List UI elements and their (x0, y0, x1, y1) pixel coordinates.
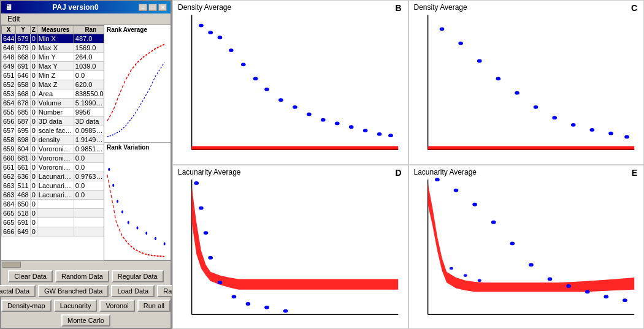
table-row[interactable]: 6546780Volume5.19901E8 (2, 99, 105, 108)
table-cell: 0 (30, 108, 37, 117)
table-row[interactable]: 6606810Vororoni r...0.0 (2, 154, 105, 163)
table-row[interactable]: 6516460Min Z0.0 (2, 71, 105, 80)
table-cell: 1.914979... (74, 135, 104, 145)
fractal-data-button[interactable]: Fractal Data (0, 285, 36, 297)
chart-c-svg (409, 1, 644, 164)
svg-point-26 (377, 132, 382, 136)
table-row[interactable]: 6576950scale factor0.0985562... (2, 126, 105, 135)
col-header-measures: Measures (37, 26, 74, 34)
table-row[interactable]: 6526580Max Z620.0 (2, 80, 105, 89)
table-row[interactable]: 6466790Max X1569.0 (2, 43, 105, 53)
table-cell: 0 (30, 117, 37, 126)
left-panel: 🖥 PAJ version0 – □ ✕ Edit X Y Z Measures… (0, 0, 172, 329)
table-cell: 655 (2, 108, 16, 117)
table-cell: 0 (30, 71, 37, 80)
svg-point-66 (604, 295, 608, 298)
table-cell: 663 (2, 181, 16, 191)
table-cell: 0 (30, 126, 37, 135)
svg-point-3 (121, 210, 123, 213)
table-cell (74, 227, 104, 236)
table-cell: 646 (2, 43, 16, 53)
table-cell: 511 (16, 181, 30, 191)
buttons-area: Clear Data Random Data Regular Data Frac… (1, 268, 171, 328)
svg-point-34 (496, 77, 500, 81)
minimize-button[interactable]: – (139, 4, 147, 11)
svg-point-19 (278, 98, 283, 102)
table-row[interactable]: 6616610Vororoni r...0.0 (2, 163, 105, 172)
rank-var-label: Rank Variation (107, 144, 149, 151)
table-cell: 646 (16, 71, 30, 80)
svg-point-63 (547, 277, 552, 281)
svg-point-33 (477, 59, 481, 63)
regular-data-button[interactable]: Regular Data (112, 270, 164, 282)
scroll-thumb[interactable] (2, 262, 21, 268)
svg-rect-11 (192, 146, 399, 150)
table-cell: 0.985157... (74, 145, 104, 154)
table-row[interactable]: 6635110Lacunarity...0.0 (2, 181, 105, 191)
svg-point-61 (510, 241, 515, 245)
table-cell: 679 (16, 34, 30, 43)
lacunarity-button[interactable]: Lacunarity (54, 300, 98, 312)
table-row[interactable]: 6496910Max Y1039.0 (2, 62, 105, 71)
table-cell: 685 (16, 108, 30, 117)
table-row[interactable]: 6646500 (2, 200, 105, 209)
table-row[interactable]: 6486680Min Y264.0 (2, 53, 105, 62)
data-table-container[interactable]: X Y Z Measures Ran 6446790Min X487.06466… (1, 25, 104, 260)
rank-avg-chart: Rank Average (104, 25, 171, 143)
close-button[interactable]: ✕ (158, 4, 167, 11)
rank-var-svg (104, 143, 171, 260)
chart-c: Density Average C (408, 0, 645, 165)
load-data-button[interactable]: Load Data (111, 285, 155, 297)
table-cell: 0.0 (74, 163, 104, 172)
horizontal-scrollbar[interactable] (1, 260, 171, 268)
table-row[interactable]: 6655180 (2, 209, 105, 218)
data-table: X Y Z Measures Ran 6446790Min X487.06466… (1, 25, 104, 236)
table-cell: 0 (30, 99, 37, 108)
table-cell: 1569.0 (74, 43, 104, 53)
monte-carlo-button[interactable]: Monte Carlo (61, 314, 110, 327)
table-cell: Area (37, 89, 74, 99)
svg-point-52 (264, 305, 269, 309)
table-row[interactable]: 6634680Lacunarity...0.0 (2, 191, 105, 200)
table-cell: 9956 (74, 108, 104, 117)
table-row[interactable]: 6626360Lacunarity...0.976304... (2, 172, 105, 181)
svg-point-58 (453, 188, 458, 192)
chart-b-letter: B (395, 3, 401, 13)
table-cell: Vororoni r... (37, 145, 74, 154)
run-all-button[interactable]: Run all (137, 300, 171, 312)
table-cell: 0 (30, 218, 37, 227)
table-row[interactable]: 6596040Vororoni r...0.985157... (2, 145, 105, 154)
random-data-button[interactable]: Random Data (55, 270, 109, 282)
table-cell: 665 (2, 209, 16, 218)
table-cell: 668 (16, 53, 30, 62)
svg-point-2 (117, 200, 118, 203)
gw-branched-data-button[interactable]: GW Branched Data (38, 285, 109, 297)
density-map-button[interactable]: Density-map (1, 300, 52, 312)
window-controls: – □ ✕ (139, 4, 167, 11)
table-row[interactable]: 6586980density1.914979... (2, 135, 105, 145)
table-row[interactable]: 6446790Min X487.0 (2, 34, 105, 43)
table-cell: 661 (16, 163, 30, 172)
table-row[interactable]: 6536680Area838550.0 (2, 89, 105, 99)
svg-point-45 (194, 181, 199, 185)
menu-item-edit[interactable]: Edit (4, 14, 24, 24)
svg-point-64 (566, 284, 571, 288)
title-bar: 🖥 PAJ version0 – □ ✕ (1, 1, 171, 13)
table-cell: Min Z (37, 71, 74, 80)
svg-point-21 (307, 112, 312, 116)
maximize-button[interactable]: □ (148, 4, 157, 11)
table-row[interactable]: 6656910 (2, 218, 105, 227)
svg-point-14 (218, 36, 223, 39)
rank-avg-svg (104, 25, 171, 142)
chart-b-svg (173, 1, 408, 164)
table-row[interactable]: 6666490 (2, 227, 105, 236)
clear-data-button[interactable]: Clear Data (8, 270, 53, 282)
table-cell: 0 (30, 135, 37, 145)
table-cell: 649 (16, 227, 30, 236)
table-cell: 661 (2, 163, 16, 172)
table-row[interactable]: 65668703D data3D data (2, 117, 105, 126)
voronoi-button[interactable]: Voronoi (99, 300, 134, 312)
table-cell (74, 209, 104, 218)
table-row[interactable]: 6556850Number9956 (2, 108, 105, 117)
table-cell: 0.976304... (74, 172, 104, 181)
